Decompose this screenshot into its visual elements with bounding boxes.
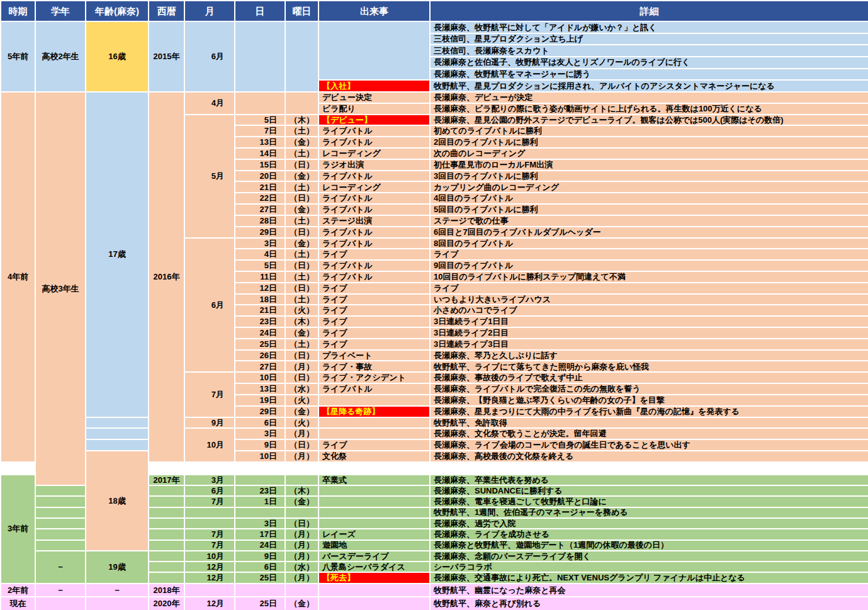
cell-detail: シーパラコラボ	[430, 562, 868, 572]
cell-event	[318, 485, 430, 496]
cell-event: ライブバトル	[318, 238, 430, 249]
cell-detail: ライブ	[430, 249, 868, 260]
cell-event: ライブバトル	[318, 204, 430, 215]
cell-weekday	[285, 462, 318, 475]
cell-event: ステージ出演	[318, 215, 430, 227]
cell-month: 7月	[184, 540, 235, 551]
cell-day: 25日	[235, 339, 285, 350]
cell-detail: いつもより大きいライブハウス	[430, 294, 868, 305]
cell-event: ライブバトル	[318, 227, 430, 238]
cell-weekday: （土）	[285, 181, 318, 193]
cell-event: ライブ	[318, 327, 430, 339]
cell-grade	[35, 529, 86, 539]
cell-month	[184, 507, 235, 518]
cell-event: ライブ・アクシデント	[318, 372, 430, 383]
cell-weekday: （日）	[285, 193, 318, 204]
cell-weekday: （火）	[285, 395, 318, 406]
cell-period: 4年前	[1, 92, 35, 462]
cell-year	[149, 540, 184, 551]
cell-weekday	[285, 21, 318, 92]
cell-weekday: （月）	[285, 451, 318, 462]
cell-day: 4日	[235, 249, 285, 260]
cell-event: 【入社】	[318, 80, 430, 92]
cell-weekday	[285, 507, 318, 518]
cell-year: 2015年	[149, 21, 184, 92]
cell-month: 12月	[184, 597, 235, 610]
cell-weekday: （月）	[285, 361, 318, 372]
cell-weekday: （木）	[285, 485, 318, 496]
header-row: 時期学年年齢(麻奈)西暦月日曜日出来事詳細	[1, 1, 868, 21]
cell-month: 7月	[184, 496, 235, 507]
cell-day: 7日	[235, 125, 285, 137]
cell-event	[318, 462, 430, 475]
cell-day: 15日	[235, 159, 285, 171]
cell-year	[149, 507, 184, 518]
cell-age: −	[86, 584, 149, 597]
cell-event: ライブ	[318, 249, 430, 260]
cell-weekday: （金）	[285, 137, 318, 148]
cell-detail: 次の曲のレコーディング	[430, 148, 868, 159]
cell-weekday: （金）	[285, 597, 318, 610]
cell-event: 【デビュー】	[318, 115, 430, 126]
cell-month: 5月	[184, 115, 235, 238]
timeline-row: 2年前−−2018年牧野航平、幽霊になった麻奈と再会	[1, 584, 868, 597]
cell-event: ライブバトル	[318, 271, 430, 283]
cell-day	[235, 462, 285, 475]
cell-weekday: （月）	[285, 428, 318, 439]
cell-period: 現在	[1, 597, 35, 610]
cell-detail: 長瀬麻奈、ビラ配りの際に歌う姿が動画サイトに上げられる。再生数は100万近くにな…	[430, 103, 868, 115]
cell-day: 24日	[235, 540, 285, 551]
cell-day: 29日	[235, 406, 285, 417]
cell-detail: 牧野航平、麻奈と再び別れる	[430, 597, 868, 610]
cell-year	[149, 562, 184, 572]
cell-weekday: （日）	[285, 283, 318, 294]
cell-detail: 3日連続ライブ1日目	[430, 316, 868, 327]
cell-event	[318, 507, 430, 518]
cell-detail: 牧野航平、1週間、佐伯遥子のマネージャーを務める	[430, 507, 868, 518]
cell-age	[86, 417, 149, 429]
cell-grade	[35, 496, 86, 507]
cell-detail: 長瀬麻奈と佐伯遥子、牧野航平は友人とリズノワールのライブに行く	[430, 57, 868, 69]
cell-event	[318, 518, 430, 529]
cell-grade: −	[35, 584, 86, 597]
cell-weekday: （日）	[285, 518, 318, 529]
column-header-age: 年齢(麻奈)	[86, 1, 149, 21]
cell-event: ビラ配り	[318, 103, 430, 115]
cell-detail: 初めてのライブバトルに勝利	[430, 125, 868, 137]
cell-grade: −	[35, 551, 86, 584]
cell-weekday: （金）	[285, 327, 318, 339]
cell-weekday: （火）	[285, 305, 318, 316]
cell-month: 7月	[184, 529, 235, 539]
cell-month	[184, 462, 235, 475]
cell-detail: 牧野航平、免許取得	[430, 417, 868, 429]
cell-month: 12月	[184, 562, 235, 572]
cell-weekday: （日）	[285, 159, 318, 171]
cell-day: 29日	[235, 227, 285, 238]
column-header-month: 月	[184, 1, 235, 21]
cell-month	[184, 584, 235, 597]
cell-weekday: （日）	[285, 439, 318, 451]
column-header-detail: 詳細	[430, 1, 868, 21]
cell-detail: 三枝信司、長瀬麻奈をスカウト	[430, 45, 868, 57]
cell-day	[235, 475, 285, 485]
cell-detail: カップリング曲のレコーディング	[430, 181, 868, 193]
cell-age	[86, 439, 149, 451]
cell-detail	[430, 462, 868, 475]
cell-event: ライブ	[318, 305, 430, 316]
cell-event	[318, 428, 430, 439]
cell-detail: 8回目のライブバトル	[430, 238, 868, 249]
cell-day: 5日	[235, 115, 285, 126]
cell-event: ライブバトル	[318, 383, 430, 395]
column-header-day: 日	[235, 1, 285, 21]
cell-weekday: （火）	[285, 417, 318, 429]
cell-detail: 長瀬麻奈、高校最後の文化祭を終える	[430, 451, 868, 462]
cell-day: 24日	[235, 327, 285, 339]
cell-month: 10月	[184, 551, 235, 562]
cell-year	[149, 462, 184, 475]
cell-event: デビュー決定	[318, 92, 430, 103]
cell-event: レコーディング	[318, 148, 430, 159]
cell-weekday: （土）	[285, 249, 318, 260]
cell-detail: ステージで歌の仕事	[430, 215, 868, 227]
column-header-weekday: 曜日	[285, 1, 318, 21]
cell-year	[149, 572, 184, 583]
